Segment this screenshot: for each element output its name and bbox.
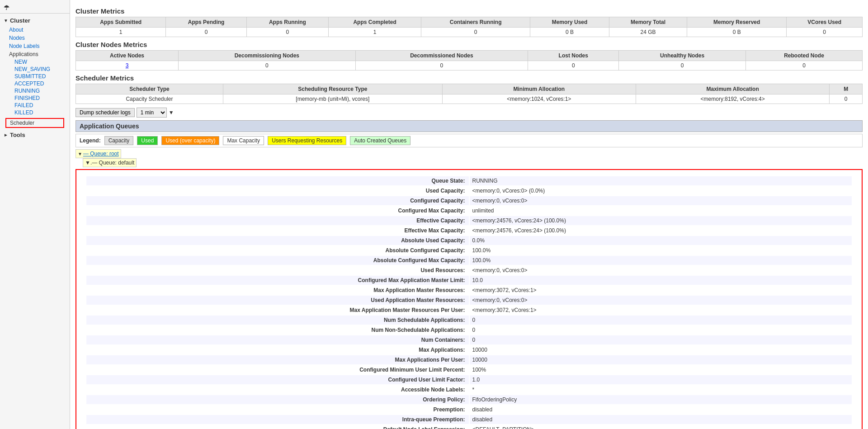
queue-detail-row: Num Non-Schedulable Applications:0 bbox=[86, 325, 852, 335]
queue-detail-label: Num Non-Schedulable Applications: bbox=[86, 325, 469, 335]
cluster-nodes-header: Decommissioned Nodes bbox=[355, 51, 528, 61]
scheduler-metrics-header: Maximum Allocation bbox=[636, 84, 829, 94]
queue-detail-label: Intra-queue Preemption: bbox=[86, 415, 469, 424]
queue-detail-label: Used Capacity: bbox=[86, 186, 469, 195]
legend-label: Legend: bbox=[80, 137, 101, 144]
sidebar-item-accepted[interactable]: ACCEPTED bbox=[0, 80, 70, 87]
queue-detail-value: 100.0% bbox=[470, 246, 852, 255]
queue-detail-value: <memory:0, vCores:0> bbox=[470, 266, 852, 275]
queue-detail-label: Accessible Node Labels: bbox=[86, 385, 469, 394]
queue-detail-row: Absolute Configured Max Capacity:100.0% bbox=[86, 256, 852, 265]
queue-detail-label: Used Application Master Resources: bbox=[86, 296, 469, 305]
tools-arrow: ► bbox=[4, 132, 8, 137]
scheduler-metrics-header: Minimum Allocation bbox=[442, 84, 636, 94]
queue-detail-row: Ordering Policy:FifoOrderingPolicy bbox=[86, 395, 852, 404]
cluster-metrics-header: Apps Running bbox=[246, 17, 328, 28]
queue-detail-row: Accessible Node Labels:* bbox=[86, 385, 852, 394]
queue-root-item[interactable]: ▼ — Queue: root bbox=[75, 149, 121, 158]
sidebar-item-new[interactable]: NEW bbox=[0, 58, 70, 66]
cluster-metrics-value: 0 B bbox=[530, 28, 609, 37]
queue-detail-row: Num Schedulable Applications:0 bbox=[86, 316, 852, 325]
cluster-nodes-metrics-table: Active NodesDecommissioning NodesDecommi… bbox=[75, 50, 863, 71]
sidebar-item-new-saving[interactable]: NEW_SAVING bbox=[0, 66, 70, 73]
scheduler-metrics-value: Capacity Scheduler bbox=[76, 94, 223, 104]
cluster-metrics-value: 0 bbox=[787, 28, 863, 37]
queue-detail-panel: Queue State:RUNNINGUsed Capacity:<memory… bbox=[75, 169, 863, 429]
queue-detail-row: Absolute Configured Capacity:100.0% bbox=[86, 246, 852, 255]
queue-default-name[interactable]: .— Queue: default bbox=[90, 160, 134, 166]
queue-detail-label: Absolute Configured Max Capacity: bbox=[86, 256, 469, 265]
scheduler-metrics-header: Scheduler Type bbox=[76, 84, 223, 94]
scheduler-metrics-value: [memory-mb (unit=Mi), vcores] bbox=[223, 94, 442, 104]
cluster-nodes-value: 0 bbox=[619, 61, 746, 71]
queue-detail-value: 100% bbox=[470, 365, 852, 374]
queue-detail-label: Configured Capacity: bbox=[86, 196, 469, 205]
sidebar-item-node-labels[interactable]: Node Labels bbox=[0, 42, 70, 50]
queue-tree-sub: ▼ .— Queue: default bbox=[75, 158, 863, 167]
queue-tree: ▼ — Queue: root ▼ .— Queue: default bbox=[75, 149, 863, 167]
sidebar-item-about[interactable]: About bbox=[0, 26, 70, 34]
queue-detail-value: <memory:3072, vCores:1> bbox=[470, 286, 852, 295]
cluster-arrow: ▼ bbox=[4, 18, 8, 23]
legend-auto-created: Auto Created Queues bbox=[350, 136, 410, 145]
dump-logs-arrow: ▼ bbox=[169, 109, 174, 116]
queue-detail-label: Max Application Master Resources: bbox=[86, 286, 469, 295]
queue-detail-value: <DEFAULT_PARTITION> bbox=[470, 425, 852, 429]
cluster-metrics-value: 1 bbox=[76, 28, 166, 37]
app-queues-title: Application Queues bbox=[75, 120, 863, 132]
queue-detail-row: Configured User Limit Factor:1.0 bbox=[86, 375, 852, 384]
queue-default-item[interactable]: ▼ .— Queue: default bbox=[83, 158, 137, 167]
queue-detail-value: <memory:24576, vCores:24> (100.0%) bbox=[470, 226, 852, 235]
queue-detail-value: <memory:24576, vCores:24> (100.0%) bbox=[470, 216, 852, 225]
cluster-metrics-header: Memory Total bbox=[609, 17, 687, 28]
scheduler-metrics-header: Scheduling Resource Type bbox=[223, 84, 442, 94]
sidebar-item-submitted[interactable]: SUBMITTED bbox=[0, 73, 70, 80]
sidebar-item-finished[interactable]: FINISHED bbox=[0, 94, 70, 102]
queue-detail-label: Effective Capacity: bbox=[86, 216, 469, 225]
sidebar: ☂ ▼ Cluster About Nodes Node Labels Appl… bbox=[0, 0, 70, 429]
queue-detail-value: <memory:3072, vCores:1> bbox=[470, 306, 852, 315]
cluster-metrics-value: 0 bbox=[246, 28, 328, 37]
active-nodes-link[interactable]: 3 bbox=[126, 62, 129, 69]
cluster-nodes-value: 0 bbox=[746, 61, 863, 71]
sidebar-item-nodes[interactable]: Nodes bbox=[0, 34, 70, 42]
sidebar-item-failed[interactable]: FAILED bbox=[0, 102, 70, 109]
dump-logs-interval-select[interactable]: 1 min 5 min 10 min bbox=[137, 108, 167, 118]
queue-detail-row: Configured Capacity:<memory:0, vCores:0> bbox=[86, 196, 852, 205]
queue-detail-label: Default Node Label Expression: bbox=[86, 425, 469, 429]
queue-detail-label: Max Applications Per User: bbox=[86, 355, 469, 364]
queue-detail-value: 0.0% bbox=[470, 236, 852, 245]
queue-detail-row: Max Application Master Resources Per Use… bbox=[86, 306, 852, 315]
cluster-metrics-header: Containers Running bbox=[421, 17, 530, 28]
scheduler-metrics-header: M bbox=[830, 84, 863, 94]
queue-detail-value: 10000 bbox=[470, 345, 852, 354]
cluster-section[interactable]: ▼ Cluster bbox=[0, 15, 70, 26]
dump-logs-row: Dump scheduler logs 1 min 5 min 10 min ▼ bbox=[75, 108, 863, 118]
cluster-metrics-header: Memory Reserved bbox=[687, 17, 787, 28]
legend-max-capacity: Max Capacity bbox=[223, 136, 264, 145]
cluster-nodes-header: Unhealthy Nodes bbox=[619, 51, 746, 61]
queue-detail-row: Max Applications:10000 bbox=[86, 345, 852, 354]
cluster-metrics-value: 1 bbox=[328, 28, 421, 37]
queue-detail-value: * bbox=[470, 385, 852, 394]
cluster-nodes-header: Lost Nodes bbox=[528, 51, 619, 61]
queue-detail-row: Effective Max Capacity:<memory:24576, vC… bbox=[86, 226, 852, 235]
legend-used: Used bbox=[137, 136, 158, 145]
scheduler-metrics-value: <memory:1024, vCores:1> bbox=[442, 94, 636, 104]
scheduler-metrics-value: 0 bbox=[830, 94, 863, 104]
queue-detail-row: Default Node Label Expression:<DEFAULT_P… bbox=[86, 425, 852, 429]
tools-section[interactable]: ► Tools bbox=[0, 130, 70, 140]
sidebar-item-running[interactable]: RUNNING bbox=[0, 87, 70, 94]
queue-detail-label: Preemption: bbox=[86, 405, 469, 414]
sidebar-item-killed[interactable]: KILLED bbox=[0, 109, 70, 116]
cluster-nodes-header: Active Nodes bbox=[76, 51, 179, 61]
dump-logs-button[interactable]: Dump scheduler logs bbox=[75, 108, 135, 117]
cluster-metrics-header: Apps Completed bbox=[328, 17, 421, 28]
legend-users-requesting: Users Requesting Resources bbox=[268, 136, 346, 145]
scheduler-metrics-value: <memory:8192, vCores:4> bbox=[636, 94, 829, 104]
queue-root-name[interactable]: — Queue: root bbox=[83, 151, 119, 157]
scheduler-button[interactable]: Scheduler bbox=[5, 118, 64, 128]
queue-detail-row: Preemption:disabled bbox=[86, 405, 852, 414]
queue-detail-label: Num Schedulable Applications: bbox=[86, 316, 469, 325]
queue-detail-row: Max Applications Per User:10000 bbox=[86, 355, 852, 364]
